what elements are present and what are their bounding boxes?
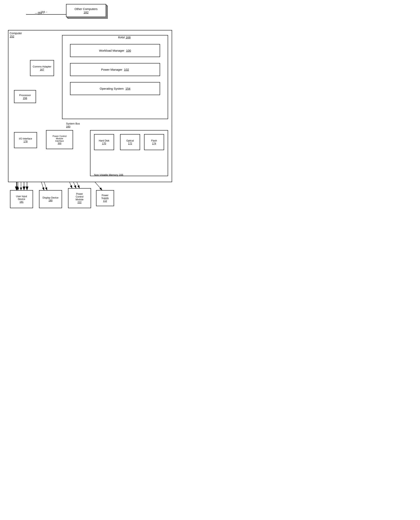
power-supply-label: PowerSupply112	[101, 194, 109, 202]
pcm-box: PowerControlModule222	[68, 188, 91, 208]
hard-disk-id: 170	[102, 142, 106, 145]
os-id: 154	[126, 87, 130, 90]
flash-box: Flash 174	[144, 134, 164, 150]
power-manager-label: Power Manager	[101, 68, 122, 71]
other-computers-id: 182	[83, 11, 89, 14]
comms-adapter-label: Comms Adapter	[33, 65, 51, 68]
comms-adapter-box: Comms Adapter 167	[30, 60, 54, 76]
other-computers-box: Other Computers 182	[66, 4, 106, 17]
pcm-label: PowerControlModule222	[76, 193, 83, 204]
power-manager-id: 102	[124, 68, 129, 71]
uid-box: User InputDevice181	[10, 190, 33, 208]
power-supply-box: PowerSupply112	[96, 190, 114, 206]
system-bus-label: System Bus 160	[66, 122, 80, 128]
other-computers-area: Other Computers 182	[62, 4, 122, 26]
pcmi-box: Power ControlModuleInterface300	[46, 130, 73, 149]
uid-label: User InputDevice181	[16, 195, 27, 203]
processor-box: Processor 156	[14, 90, 36, 103]
ram-id: 168	[126, 36, 131, 39]
power-supply-id: 112	[103, 200, 107, 202]
flash-label: Flash	[151, 139, 157, 142]
computer-id: 152	[10, 35, 22, 38]
display-device-id: 180	[48, 199, 52, 202]
display-device-box: Display Device 180	[39, 190, 62, 208]
system-bus-name: System Bus	[66, 122, 80, 125]
processor-label: Processor	[19, 94, 31, 97]
hard-disk-label: Hard Disk	[99, 139, 109, 142]
pcmi-label: Power ControlModuleInterface300	[53, 135, 67, 144]
arrow-184-label: —184→	[35, 12, 45, 15]
processor-id: 156	[23, 97, 27, 100]
os-label: Operating System	[100, 87, 124, 90]
workload-manager-box: Workload Manager 100	[70, 44, 160, 57]
nvm-name: Non-Volatile Memory	[94, 173, 118, 176]
io-interface-label: I/O Interface	[19, 137, 32, 140]
comms-adapter-id: 167	[40, 68, 44, 71]
flash-id: 174	[152, 142, 156, 145]
other-computers-stacked: Other Computers 182	[66, 4, 110, 20]
computer-name: Computer	[10, 32, 22, 35]
pcm-id: 222	[77, 201, 82, 204]
nvm-label: Non-Volatile Memory 166	[94, 173, 123, 176]
nvm-id: 166	[119, 173, 123, 176]
io-interface-id: 178	[23, 140, 27, 143]
io-interface-box: I/O Interface 178	[14, 132, 37, 148]
power-manager-box: Power Manager 102	[70, 63, 160, 76]
uid-id: 181	[19, 201, 23, 203]
workload-manager-id: 100	[126, 49, 131, 52]
hard-disk-box: Hard Disk 170	[94, 134, 114, 150]
display-device-label: Display Device	[43, 196, 59, 199]
pcmi-id: 300	[58, 142, 61, 144]
ram-name: RAM	[118, 36, 125, 39]
os-box: Operating System 154	[70, 82, 160, 95]
computer-label: Computer 152	[10, 32, 22, 38]
workload-manager-label: Workload Manager	[99, 49, 124, 52]
optical-label: Optical	[126, 139, 134, 142]
arrow-184-number: 184	[38, 12, 42, 15]
optical-box: Optical 172	[120, 134, 140, 150]
system-bus-id: 160	[66, 125, 70, 128]
optical-id: 172	[128, 142, 132, 145]
diagram-container: —184→	[4, 4, 176, 216]
other-computers-label: Other Computers	[75, 7, 98, 11]
ram-label: RAM 168	[118, 36, 131, 39]
